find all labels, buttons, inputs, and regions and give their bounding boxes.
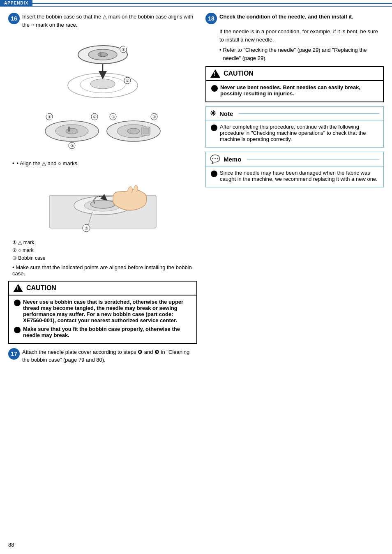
bullet-dot-1 xyxy=(14,300,21,306)
note-bullet: After completing this procedure, continu… xyxy=(211,124,378,142)
step18-bullet: • Refer to "Checking the needle" (page 2… xyxy=(219,46,384,62)
svg-text:③: ③ xyxy=(70,143,74,148)
step17-text: Attach the needle plate cover according … xyxy=(22,348,197,364)
caution-bullet-1: Never use a bobbin case that is scratche… xyxy=(14,299,191,323)
align-mark-text: • • Align the △ and ○ marks. xyxy=(12,160,197,166)
step17-circle: 17 xyxy=(8,348,20,360)
bobbin-diagram-top: ① ② xyxy=(8,32,197,102)
page-number: 88 xyxy=(8,542,14,548)
svg-text:①: ① xyxy=(48,115,51,119)
caution-text-2: Make sure that you fit the bobbin case p… xyxy=(23,326,191,338)
step18-text: Check the condition of the needle, and t… xyxy=(219,13,353,21)
caution-triangle-right xyxy=(210,69,220,78)
step16-header: 16 Insert the bobbin case so that the △ … xyxy=(8,13,197,29)
svg-point-5 xyxy=(98,53,108,57)
header-row: APPENDIX xyxy=(0,0,392,7)
note-body: After completing this procedure, continu… xyxy=(206,120,383,147)
label-3: ③ Bobbin case xyxy=(12,254,197,262)
caution-box-right: CAUTION Never use bent needles. Bent nee… xyxy=(205,66,384,102)
numbered-labels: ① △ mark ② ○ mark ③ Bobbin case xyxy=(12,239,197,263)
svg-point-2 xyxy=(90,79,115,89)
appendix-label: APPENDIX xyxy=(0,0,32,6)
bullet-dot-right xyxy=(211,85,218,92)
note-box: ✳ Note After completing this procedure, … xyxy=(205,106,384,148)
caution-title-right: CAUTION xyxy=(224,70,254,77)
memo-bullet: Since the needle may have been damaged w… xyxy=(211,170,378,182)
step18-title: Check the condition of the needle, and t… xyxy=(219,14,353,20)
caution-header-right: CAUTION xyxy=(206,67,383,81)
label-1: ① △ mark xyxy=(12,239,197,247)
step18-body: If the needle is in a poor condition, fo… xyxy=(219,28,384,44)
page: APPENDIX 16 Insert the bobbin case so th… xyxy=(0,0,392,554)
left-column: 16 Insert the bobbin case so that the △ … xyxy=(8,13,197,367)
caution-body-right: Never use bent needles. Bent needles can… xyxy=(206,81,383,102)
svg-rect-26 xyxy=(143,128,149,134)
svg-text:③: ③ xyxy=(85,226,88,231)
note-bullet-dot xyxy=(211,125,217,131)
memo-icon: 💬 xyxy=(210,154,220,164)
note-title: Note xyxy=(219,110,233,117)
content-area: 16 Insert the bobbin case so that the △ … xyxy=(0,7,392,372)
svg-text:①: ① xyxy=(122,47,125,52)
svg-text:②: ② xyxy=(93,115,97,119)
note-icon: ✳ xyxy=(210,109,216,118)
svg-point-24 xyxy=(127,128,140,134)
step17-header: 17 Attach the needle plate cover accordi… xyxy=(8,348,197,364)
step18-circle: 18 xyxy=(205,13,217,24)
caution-title-left: CAUTION xyxy=(26,284,56,292)
caution-header-left: CAUTION xyxy=(9,282,196,295)
svg-text:①: ① xyxy=(111,115,115,119)
make-sure-text: • Make sure that the indicated points ar… xyxy=(12,264,197,277)
memo-bullet-dot xyxy=(211,171,217,177)
memo-box: 💬 Memo Since the needle may have been da… xyxy=(205,152,384,187)
memo-body: Since the needle may have been damaged w… xyxy=(206,166,383,187)
step18-header: 18 Check the condition of the needle, an… xyxy=(205,13,384,24)
bobbin-diagram-side: ① ② ③ ① xyxy=(8,104,197,158)
align-mark-bullet: • xyxy=(12,160,14,166)
caution-body-left: Never use a bobbin case that is scratche… xyxy=(9,295,196,343)
caution-bullet-2: Make sure that you fit the bobbin case p… xyxy=(14,326,191,338)
svg-rect-15 xyxy=(68,127,70,132)
header-line xyxy=(32,3,392,4)
bobbin-diagram-hand: ③ xyxy=(8,171,197,236)
note-header: ✳ Note xyxy=(206,107,383,120)
svg-text:②: ② xyxy=(152,115,156,119)
memo-title: Memo xyxy=(224,156,241,163)
svg-text:②: ② xyxy=(126,78,129,83)
step16-circle: 16 xyxy=(8,13,20,24)
svg-rect-11 xyxy=(99,52,101,56)
memo-header: 💬 Memo xyxy=(206,152,383,166)
right-column: 18 Check the condition of the needle, an… xyxy=(205,13,384,367)
note-text: After completing this procedure, continu… xyxy=(220,124,378,142)
step16-text: Insert the bobbin case so that the △ mar… xyxy=(22,13,197,29)
memo-text: Since the needle may have been damaged w… xyxy=(220,170,378,182)
caution-box-left: CAUTION Never use a bobbin case that is … xyxy=(8,281,197,344)
caution-bullet-right: Never use bent needles. Bent needles can… xyxy=(211,84,378,97)
bullet-dot-2 xyxy=(14,327,21,333)
label-2: ② ○ mark xyxy=(12,247,197,254)
svg-point-14 xyxy=(66,128,78,134)
caution-text-1: Never use a bobbin case that is scratche… xyxy=(23,299,191,323)
step18-ref: • Refer to "Checking the needle" (page 2… xyxy=(219,46,384,62)
caution-text-right: Never use bent needles. Bent needles can… xyxy=(220,84,378,97)
svg-point-34 xyxy=(90,200,115,208)
caution-triangle-left xyxy=(13,284,23,292)
